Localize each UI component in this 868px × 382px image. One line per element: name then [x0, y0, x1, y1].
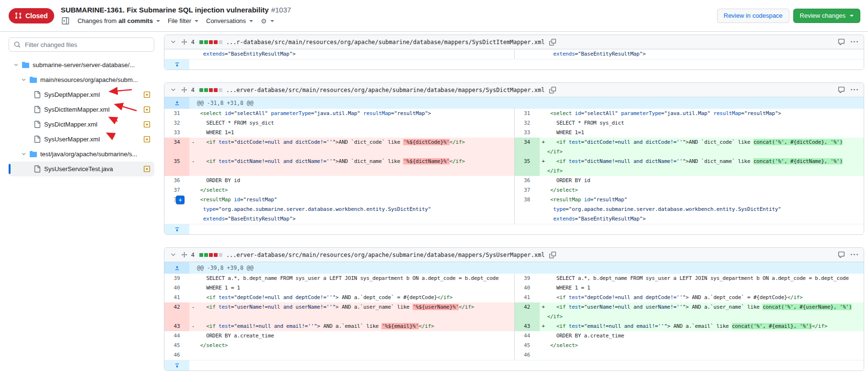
line-number[interactable] [164, 205, 189, 214]
copy-path-button[interactable] [548, 86, 557, 94]
line-number[interactable]: 35 [515, 157, 540, 176]
line-number[interactable]: 41 [164, 293, 189, 302]
collapse-file-button[interactable] [169, 86, 177, 94]
line-number[interactable]: 37 [164, 185, 189, 195]
file-modified-icon [143, 121, 150, 128]
code-content: <if test="deptCode!=null and deptCode!='… [540, 293, 864, 302]
file-menu-button[interactable] [850, 250, 859, 259]
diff-marker [189, 185, 197, 195]
line-number[interactable]: 41 [515, 293, 540, 302]
line-number[interactable] [164, 214, 189, 224]
conversations-dropdown[interactable]: Conversations [206, 17, 253, 24]
code-content: extends="BaseEntityResultMap"> [189, 214, 514, 224]
code-line-row: + <if test="dictName!=null and dictName!… [540, 157, 864, 166]
line-number[interactable]: 40 [515, 283, 540, 293]
tree-folder-row[interactable]: submarine-server/server-database/... [9, 58, 154, 72]
code-line: <if test="email!=null and email!=''"> AN… [547, 322, 864, 331]
expand-up-button[interactable] [164, 262, 189, 274]
file-header: 4...r-database/src/main/resources/org/ap… [164, 35, 864, 49]
line-number[interactable]: 35 [164, 157, 189, 176]
diffstat-square-del [209, 88, 213, 92]
line-number[interactable]: 31 [515, 109, 540, 118]
line-number[interactable]: 36 [164, 176, 189, 185]
line-number[interactable] [515, 214, 540, 224]
expand-down-button[interactable] [164, 360, 189, 370]
line-number[interactable]: 39 [515, 274, 540, 283]
expand-up-button[interactable] [164, 97, 189, 109]
line-number[interactable]: 38 [515, 195, 540, 205]
add-comment-button[interactable]: + [176, 196, 185, 204]
copy-path-button[interactable] [548, 38, 557, 46]
tree-file-row[interactable]: SysDictMapper.xml [9, 117, 154, 132]
line-number[interactable]: 34 [164, 138, 189, 157]
file-filter-dropdown[interactable]: File filter [168, 17, 198, 24]
collapse-file-button[interactable] [169, 38, 177, 46]
changes-from-dropdown[interactable]: Changes fromall commits [78, 17, 160, 24]
copy-path-button[interactable] [548, 251, 557, 259]
diff-cell-new: 46 [514, 350, 864, 360]
code-content: WHERE 1=1 [189, 128, 514, 138]
file-menu-button[interactable] [850, 85, 859, 94]
code-line: ORDER BY id [547, 176, 864, 185]
file-comment-button[interactable] [837, 37, 846, 46]
line-number[interactable]: 36 [515, 176, 540, 185]
line-number[interactable]: 32 [164, 118, 189, 128]
line-number[interactable] [164, 49, 189, 59]
line-number[interactable]: 45 [164, 341, 189, 350]
line-number[interactable]: 43 [164, 322, 189, 331]
tree-file-row[interactable]: SysUserMapper.xml [9, 132, 154, 147]
collapse-file-button[interactable] [169, 251, 177, 259]
diff-marker [540, 176, 547, 185]
line-number[interactable]: 37 [515, 185, 540, 195]
line-number[interactable]: 45 [515, 341, 540, 350]
code-line [547, 350, 864, 360]
tree-file-row[interactable]: SysDeptMapper.xml [9, 87, 154, 102]
line-number[interactable]: 46 [515, 350, 540, 360]
code-content: ORDER BY id [540, 176, 864, 185]
tree-folder-row[interactable]: test/java/org/apache/submarine/s... [9, 147, 154, 162]
line-number[interactable]: 42 [164, 302, 189, 322]
drag-handle-icon[interactable] [181, 39, 187, 45]
line-number[interactable] [515, 49, 540, 59]
line-number[interactable]: 43 [515, 322, 540, 331]
code-content: WHERE 1 = 1 [540, 283, 864, 293]
file-comment-button[interactable] [837, 250, 846, 259]
line-number[interactable]: 31 [164, 109, 189, 118]
line-number[interactable]: 34 [515, 138, 540, 157]
line-number[interactable]: 32 [515, 118, 540, 128]
code-line-row: ORDER BY id [540, 176, 864, 185]
line-number[interactable]: 33 [164, 128, 189, 138]
chevron-down-icon [156, 20, 160, 22]
code-line: <resultMap id="resultMap" [197, 195, 514, 205]
code-content: - <if test="email!=null and email!=''"> … [189, 322, 514, 331]
tree-item-label: SysDeptMapper.xml [44, 91, 140, 98]
diff-cell-old: 31 <select id="selectAll" parameterType=… [164, 109, 514, 118]
code-line: ORDER BY a.create_time [547, 331, 864, 341]
line-number[interactable]: 46 [164, 350, 189, 360]
line-number[interactable]: 44 [164, 331, 189, 341]
line-number[interactable]: 44 [515, 331, 540, 341]
review-in-codespace-button[interactable]: Review in codespace [717, 9, 789, 23]
sidebar-toggle-button[interactable] [61, 16, 70, 25]
line-number[interactable]: 39 [164, 274, 189, 283]
filter-files-input[interactable] [24, 41, 149, 49]
diff-settings-dropdown[interactable]: ⚙ [261, 18, 274, 24]
tree-folder-row[interactable]: main/resources/org/apache/subm... [9, 72, 154, 87]
expand-down-button[interactable] [164, 59, 189, 69]
file-comment-button[interactable] [837, 85, 846, 94]
tree-file-row[interactable]: SysDictItemMapper.xml [9, 102, 154, 117]
line-number[interactable] [515, 205, 540, 214]
file-menu-button[interactable] [850, 37, 859, 46]
review-changes-button[interactable]: Review changes [793, 9, 860, 23]
line-number[interactable]: 40 [164, 283, 189, 293]
line-number[interactable]: 33 [515, 128, 540, 138]
line-number[interactable]: 42 [515, 302, 540, 322]
diff-cell-new: 34+ <if test="dictCode!=null and dictCod… [514, 138, 864, 157]
drag-handle-icon[interactable] [181, 252, 187, 258]
expand-down-button[interactable] [164, 224, 189, 234]
tree-file-row[interactable]: SysUserServiceTest.java [9, 162, 154, 176]
code-line-row: + <if test="userName!=null and userName!… [540, 302, 864, 312]
diff-cell-new: 35+ <if test="dictName!=null and dictNam… [514, 157, 864, 176]
diffstat-square-del [209, 253, 213, 257]
drag-handle-icon[interactable] [181, 87, 187, 93]
